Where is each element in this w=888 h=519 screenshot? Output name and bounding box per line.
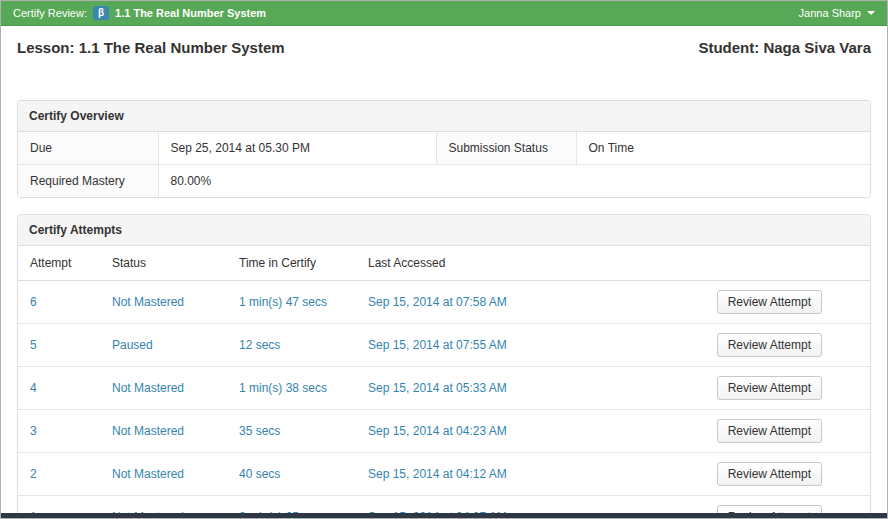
submission-status-label: Submission Status [436,132,576,165]
attempt-row: 4 Not Mastered 1 min(s) 38 secs Sep 15, … [18,367,870,410]
attempt-last-accessed: Sep 15, 2014 at 04:23 AM [368,424,507,438]
review-attempt-button[interactable]: Review Attempt [717,462,822,486]
certify-overview-panel: Certify Overview Due Sep 25, 2014 at 05.… [17,100,871,198]
navbar-breadcrumb: Certify Review: β 1.1 The Real Number Sy… [13,6,266,20]
review-attempt-button[interactable]: Review Attempt [717,290,822,314]
review-attempt-button[interactable]: Review Attempt [717,419,822,443]
page-title: Lesson: 1.1 The Real Number System [17,39,285,56]
attempt-number-link[interactable]: 5 [30,338,37,352]
certify-attempts-table: Attempt Status Time in Certify Last Acce… [18,246,870,519]
user-name: Janna Sharp [799,7,861,19]
time-column-header: Time in Certify [227,246,356,281]
due-label: Due [18,132,158,165]
attempt-status: Not Mastered [112,381,184,395]
attempt-last-accessed: Sep 15, 2014 at 05:33 AM [368,381,507,395]
student-name: Student: Naga Siva Vara [698,39,871,56]
attempt-last-accessed: Sep 15, 2014 at 04:12 AM [368,467,507,481]
certify-review-page: Certify Review: β 1.1 The Real Number Sy… [0,0,888,519]
top-navbar: Certify Review: β 1.1 The Real Number Sy… [1,1,887,26]
attempt-number-link[interactable]: 4 [30,381,37,395]
required-mastery-label: Required Mastery [18,165,158,198]
due-value: Sep 25, 2014 at 05.30 PM [158,132,436,165]
attempt-number-link[interactable]: 2 [30,467,37,481]
attempt-last-accessed: Sep 15, 2014 at 07:58 AM [368,295,507,309]
attempt-row: 6 Not Mastered 1 min(s) 47 secs Sep 15, … [18,281,870,324]
overview-row-mastery: Required Mastery 80.00% [18,165,870,198]
footer-bar [1,513,887,518]
last-accessed-column-header: Last Accessed [356,246,682,281]
beta-badge-icon: β [93,6,109,20]
attempt-last-accessed: Sep 15, 2014 at 07:55 AM [368,338,507,352]
attempt-time: 40 secs [239,467,280,481]
attempt-status: Paused [112,338,153,352]
attempt-time: 1 min(s) 47 secs [239,295,327,309]
attempts-header-row: Attempt Status Time in Certify Last Acce… [18,246,870,281]
attempt-time: 12 secs [239,338,280,352]
required-mastery-value: 80.00% [158,165,870,198]
certify-attempts-title: Certify Attempts [18,215,870,246]
attempt-column-header: Attempt [18,246,100,281]
attempt-status: Not Mastered [112,467,184,481]
navbar-lesson-title: 1.1 The Real Number System [115,7,266,19]
actions-column-header [682,246,870,281]
page-heading-row: Lesson: 1.1 The Real Number System Stude… [1,26,887,56]
attempt-time: 1 min(s) 38 secs [239,381,327,395]
certify-overview-title: Certify Overview [18,101,870,132]
attempt-row: 2 Not Mastered 40 secs Sep 15, 2014 at 0… [18,453,870,496]
attempt-row: 5 Paused 12 secs Sep 15, 2014 at 07:55 A… [18,324,870,367]
certify-attempts-panel: Certify Attempts Attempt Status Time in … [17,214,871,519]
attempt-status: Not Mastered [112,295,184,309]
attempt-number-link[interactable]: 3 [30,424,37,438]
submission-status-value: On Time [576,132,870,165]
attempt-number-link[interactable]: 6 [30,295,37,309]
attempt-time: 35 secs [239,424,280,438]
chevron-down-icon [867,11,875,15]
attempt-status: Not Mastered [112,424,184,438]
certify-review-label: Certify Review: [13,7,87,19]
user-menu[interactable]: Janna Sharp [799,7,875,19]
certify-overview-table: Due Sep 25, 2014 at 05.30 PM Submission … [18,132,870,197]
overview-row-due: Due Sep 25, 2014 at 05.30 PM Submission … [18,132,870,165]
review-attempt-button[interactable]: Review Attempt [717,333,822,357]
review-attempt-button[interactable]: Review Attempt [717,376,822,400]
attempt-row: 3 Not Mastered 35 secs Sep 15, 2014 at 0… [18,410,870,453]
status-column-header: Status [100,246,227,281]
